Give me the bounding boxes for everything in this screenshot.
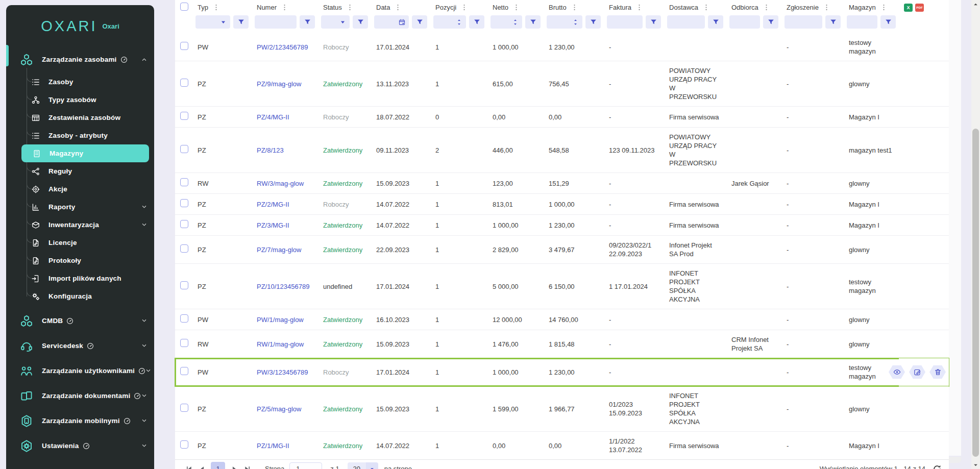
document-link[interactable]: PZ/2/MG-II	[257, 201, 289, 208]
document-link[interactable]: PZ/5/mag-glow	[257, 405, 301, 413]
filter-input-magazyn[interactable]	[847, 15, 877, 29]
filter-input-brutto[interactable]	[547, 15, 582, 29]
table-row[interactable]: PZ PZ/8/123 Zatwierdzony 09.11.2023 2 44…	[175, 128, 949, 173]
sidebar-item-typy-zasob-w[interactable]: Typy zasobów	[6, 91, 154, 109]
sidebar-item-konfiguracja[interactable]: Konfiguracja	[6, 287, 154, 305]
column-header-magazyn[interactable]: Magazyn	[844, 0, 899, 13]
filter-button-status[interactable]	[353, 15, 368, 29]
page-size-select[interactable]: 20	[348, 462, 378, 469]
row-checkbox[interactable]	[180, 404, 188, 412]
row-checkbox[interactable]	[180, 281, 188, 289]
filter-button-brutto[interactable]	[585, 15, 601, 29]
column-menu-icon[interactable]	[763, 4, 770, 11]
row-checkbox[interactable]	[180, 79, 188, 87]
column-header-netto[interactable]: Netto	[487, 0, 544, 13]
document-link[interactable]: PW/1/mag-glow	[257, 316, 304, 324]
filter-button-odbiorca[interactable]	[763, 15, 778, 29]
table-row[interactable]: PZ PZ/3/MG-II Zatwierdzony 14.07.2022 1 …	[175, 215, 949, 236]
column-header-brutto[interactable]: Brutto	[544, 0, 604, 13]
table-row[interactable]: PW PW/1/mag-glow Zatwierdzony 16.10.2023…	[175, 309, 949, 330]
column-header-zgloszenie[interactable]: Zgłoszenie	[781, 0, 844, 13]
toggle-menu-button[interactable]: Przełącz menu	[6, 460, 154, 469]
filter-button-zgloszenie[interactable]	[825, 15, 841, 29]
filter-input-typ[interactable]	[195, 15, 230, 29]
column-menu-icon[interactable]	[347, 4, 353, 11]
filter-input-faktura[interactable]	[607, 15, 643, 29]
scrollbar-thumb[interactable]	[972, 129, 979, 457]
column-menu-icon[interactable]	[823, 4, 830, 11]
prev-page-button[interactable]	[195, 462, 209, 469]
column-menu-icon[interactable]	[880, 4, 887, 11]
column-header-typ[interactable]: Typ	[192, 0, 252, 13]
sidebar-item-inwentaryzacja[interactable]: Inwentaryzacja	[6, 216, 154, 234]
pdf-export-icon[interactable]: PDF	[915, 4, 924, 12]
sidebar-section-0[interactable]: Zarządzanie zasobami	[6, 47, 154, 72]
document-link[interactable]: PZ/10/123456789	[257, 283, 309, 290]
filter-button-netto[interactable]	[525, 15, 541, 29]
row-checkbox[interactable]	[180, 367, 188, 375]
filter-input-zgloszenie[interactable]	[785, 15, 822, 29]
sidebar-item-protoko-y[interactable]: Protokoły	[6, 252, 154, 269]
sidebar-section-1[interactable]: CMDB	[6, 308, 154, 333]
filter-input-status[interactable]	[321, 15, 350, 29]
document-link[interactable]: PZ/3/MG-II	[257, 221, 289, 229]
document-link[interactable]: PZ/8/123	[257, 146, 284, 154]
filter-input-data[interactable]	[374, 15, 409, 29]
filter-button-typ[interactable]	[233, 15, 249, 29]
sidebar-item-magazyny[interactable]: Magazyny	[21, 144, 149, 162]
filter-button-data[interactable]	[412, 15, 427, 29]
table-row[interactable]: PW PW/3/123456789 Roboczy 17.01.2024 1 1…	[175, 358, 949, 386]
sidebar-item-zasoby[interactable]: Zasoby	[6, 73, 154, 91]
last-page-button[interactable]	[240, 462, 254, 469]
sidebar-item-zasoby-atrybuty[interactable]: Zasoby - atrybuty	[6, 127, 154, 144]
page-number-input[interactable]: 1	[289, 462, 322, 469]
filter-button-pozycji[interactable]	[469, 15, 484, 29]
sidebar-section-5[interactable]: Zarządzanie mobilnymi	[6, 408, 154, 433]
column-menu-icon[interactable]	[703, 4, 709, 11]
table-row[interactable]: PZ PZ/9/mag-glow Zatwierdzony 13.11.2023…	[175, 61, 949, 107]
column-header-status[interactable]: Status	[318, 0, 371, 13]
document-link[interactable]: PW/3/123456789	[257, 368, 308, 376]
sidebar-section-6[interactable]: Ustawienia	[6, 433, 154, 458]
document-link[interactable]: RW/3/mag-glow	[257, 180, 304, 187]
column-menu-icon[interactable]	[461, 4, 468, 11]
filter-input-dostawca[interactable]	[667, 15, 705, 29]
excel-export-icon[interactable]: X	[904, 4, 913, 12]
column-menu-icon[interactable]	[281, 4, 288, 11]
refresh-icon[interactable]	[933, 464, 942, 469]
sidebar-item-raporty[interactable]: Raporty	[6, 198, 154, 216]
current-page-button[interactable]: 1	[211, 462, 225, 469]
next-page-button[interactable]	[227, 462, 240, 469]
first-page-button[interactable]	[182, 462, 195, 469]
document-link[interactable]: PW/2/123456789	[257, 43, 308, 51]
sidebar-section-3[interactable]: Zarządzanie użytkownikami	[6, 358, 154, 383]
delete-button[interactable]	[929, 365, 946, 379]
table-row[interactable]: PZ PZ/2/MG-II Roboczy 14.07.2022 1 813,0…	[175, 194, 949, 215]
row-checkbox[interactable]	[180, 178, 188, 186]
column-menu-icon[interactable]	[213, 4, 219, 11]
view-button[interactable]	[889, 365, 905, 379]
column-menu-icon[interactable]	[395, 4, 401, 11]
column-header-pozycji[interactable]: Pozycji	[430, 0, 487, 13]
table-row[interactable]: PZ PZ/4/MG-II Roboczy 18.07.2022 0 0,00 …	[175, 107, 949, 128]
row-checkbox[interactable]	[180, 145, 188, 153]
row-checkbox[interactable]	[180, 42, 188, 50]
document-link[interactable]: PZ/4/MG-II	[257, 113, 289, 121]
document-link[interactable]: PZ/9/mag-glow	[257, 80, 301, 88]
table-row[interactable]: RW RW/3/mag-glow Zatwierdzony 15.09.2023…	[175, 173, 949, 194]
row-checkbox[interactable]	[180, 339, 188, 347]
filter-input-odbiorca[interactable]	[729, 15, 760, 29]
table-row[interactable]: PZ PZ/1/MG-II Zatwierdzony 14.07.2022 1 …	[175, 432, 949, 460]
column-header-numer[interactable]: Numer	[252, 0, 318, 13]
column-header-odbiorca[interactable]: Odbiorca	[726, 0, 781, 13]
select-all-checkbox[interactable]	[180, 3, 188, 11]
row-checkbox[interactable]	[180, 220, 188, 228]
row-checkbox[interactable]	[180, 199, 188, 207]
row-checkbox[interactable]	[180, 314, 188, 323]
sidebar-item-akcje[interactable]: Akcje	[6, 180, 154, 198]
filter-button-numer[interactable]	[300, 15, 315, 29]
table-row[interactable]: PZ PZ/7/mag-glow Zatwierdzony 22.09.2023…	[175, 236, 949, 264]
filter-input-numer[interactable]	[255, 15, 297, 29]
filter-button-dostawca[interactable]	[708, 15, 723, 29]
table-row[interactable]: PZ PZ/10/123456789 undefined 17.01.2024 …	[175, 264, 949, 309]
